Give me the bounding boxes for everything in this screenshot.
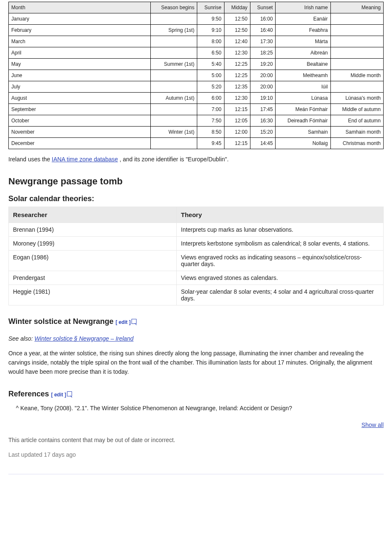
table-cell	[151, 104, 197, 115]
scrollbar[interactable]	[386, 0, 391, 491]
table-cell: 7:50	[197, 115, 224, 127]
footer-notice: This article contains content that may b…	[8, 436, 384, 445]
ws-title: Winter solstice at Newgrange	[8, 317, 116, 326]
theories-tbody: Brennan (1994)Interprets cup marks as lu…	[9, 222, 384, 305]
table-cell: 12:40	[224, 36, 250, 47]
col-midday: Midday	[224, 2, 250, 13]
table-cell: 8:00	[197, 36, 224, 47]
researcher-cell: Eogan (1986)	[9, 250, 177, 271]
table-cell: September	[9, 104, 151, 115]
table-cell: Iúil	[276, 81, 330, 93]
table-cell: Aibreán	[276, 47, 330, 59]
table-cell: 12:25	[224, 70, 250, 81]
winter-solstice-heading: Winter solstice at Newgrange [ edit ]	[8, 317, 137, 326]
table-cell: Lúnasa	[276, 93, 330, 104]
table-row: AugustAutumn (1st)6:0012:3019:10LúnasaLú…	[9, 93, 384, 104]
table-cell: Summer (1st)	[151, 59, 197, 70]
table-cell: Christmas month	[330, 138, 383, 149]
col-sunset: Sunset	[250, 2, 276, 13]
table-cell: June	[9, 70, 151, 81]
table-cell: 16:40	[250, 25, 276, 36]
table-cell: 17:45	[250, 104, 276, 115]
table-cell: 8:50	[197, 127, 224, 138]
table-cell: April	[9, 47, 151, 59]
table-cell: March	[9, 36, 151, 47]
table-row: Heggie (1981)Solar-year calendar 8 solar…	[9, 285, 384, 305]
table-row: FebruarySpring (1st)9:1012:5016:40Feabhr…	[9, 25, 384, 36]
table-row: March8:0012:4017:30Márta	[9, 36, 384, 47]
table-cell: 17:30	[250, 36, 276, 47]
table-cell: Nollaig	[276, 138, 330, 149]
table-cell: 19:20	[250, 59, 276, 70]
table-cell: 9:10	[197, 25, 224, 36]
table-row: MaySummer (1st)5:4012:2519:20Bealtaine	[9, 59, 384, 70]
table-cell: February	[9, 25, 151, 36]
table-cell: Márta	[276, 36, 330, 47]
timezone-paragraph: Ireland uses the IANA time zone database…	[8, 155, 384, 164]
table-cell: 12:50	[224, 25, 250, 36]
table-cell: 5:40	[197, 59, 224, 70]
col-meaning: Meaning	[330, 2, 383, 13]
col-sunrise: Sunrise	[197, 2, 224, 13]
ref-title: References	[8, 390, 51, 398]
see-also-link[interactable]: Winter solstice § Newgrange – Ireland	[34, 335, 133, 342]
table-row: PrendergastViews engraved stones as cale…	[9, 271, 384, 285]
table-cell: Deireadh Fómhair	[276, 115, 330, 127]
col-month: Month	[9, 2, 151, 13]
table-cell	[151, 47, 197, 59]
table-row: Moroney (1999)Interprets kerbstone symbo…	[9, 236, 384, 250]
researcher-cell: Prendergast	[9, 271, 177, 285]
table-cell: 6:50	[197, 47, 224, 59]
references-heading: References [ edit ]	[8, 390, 72, 398]
table-cell	[151, 13, 197, 25]
researcher-cell: Heggie (1981)	[9, 285, 177, 305]
see-also-line: See also: Winter solstice § Newgrange – …	[8, 334, 384, 344]
table-cell: 12:35	[224, 81, 250, 93]
table-cell: 14:45	[250, 138, 276, 149]
table-cell: 9:50	[197, 13, 224, 25]
iana-link[interactable]: IANA time zone database	[52, 156, 118, 163]
table-cell: January	[9, 13, 151, 25]
theory-cell: Views engraved rocks as indicating seaso…	[177, 250, 384, 271]
table-row: September7:0012:1517:45Meán FómhairMiddl…	[9, 104, 384, 115]
theory-cell: Solar-year calendar 8 solar events; 4 so…	[177, 285, 384, 305]
table-cell	[151, 70, 197, 81]
table-cell: Winter (1st)	[151, 127, 197, 138]
table-cell: 7:00	[197, 104, 224, 115]
table-cell: 12:30	[224, 93, 250, 104]
section-newgrange-title: Newgrange passage tomb	[8, 176, 384, 187]
table-cell: Meitheamh	[276, 70, 330, 81]
table-cell: 20:00	[250, 70, 276, 81]
table-row: NovemberWinter (1st)8:5012:0015:20Samhai…	[9, 127, 384, 138]
table-cell: Lúnasa's month	[330, 93, 383, 104]
table-cell: 5:20	[197, 81, 224, 93]
table-cell: May	[9, 59, 151, 70]
table-cell: Samhain	[276, 127, 330, 138]
text-suffix: , and its zone identifier is "Europe/Dub…	[119, 156, 229, 163]
table-cell	[151, 115, 197, 127]
theory-cell: Interprets kerbstone symbolism as calend…	[177, 236, 384, 250]
col-researcher: Researcher	[9, 207, 177, 222]
table-cell	[330, 47, 383, 59]
table-cell: Spring (1st)	[151, 25, 197, 36]
reference-item: ^ Keane, Tony (2008). "2.1". The Winter …	[16, 404, 384, 413]
table-cell: 9:45	[197, 138, 224, 149]
table-cell: 18:25	[250, 47, 276, 59]
footer-updated: Last updated 17 days ago	[8, 450, 384, 460]
edit-icon	[67, 391, 72, 396]
show-all-link[interactable]: Show all	[361, 422, 384, 428]
table-cell: 20:00	[250, 81, 276, 93]
table-row: Eogan (1986)Views engraved rocks as indi…	[9, 250, 384, 271]
col-season: Season begins	[151, 2, 197, 13]
edit-link-ws[interactable]: [ edit ]	[116, 319, 137, 325]
col-irish: Irish name	[276, 2, 330, 13]
see-also-prefix: See also:	[8, 335, 34, 342]
table-cell: July	[9, 81, 151, 93]
table-cell: End of autumn	[330, 115, 383, 127]
table-cell: 6:00	[197, 93, 224, 104]
section-newgrange-subtitle: Solar calendar theories:	[8, 194, 384, 203]
edit-link-ref[interactable]: [ edit ]	[51, 392, 72, 398]
table-row: July5:2012:3520:00Iúil	[9, 81, 384, 93]
table-row: December9:4512:1514:45NollaigChristmas m…	[9, 138, 384, 149]
table-cell: Samhain month	[330, 127, 383, 138]
